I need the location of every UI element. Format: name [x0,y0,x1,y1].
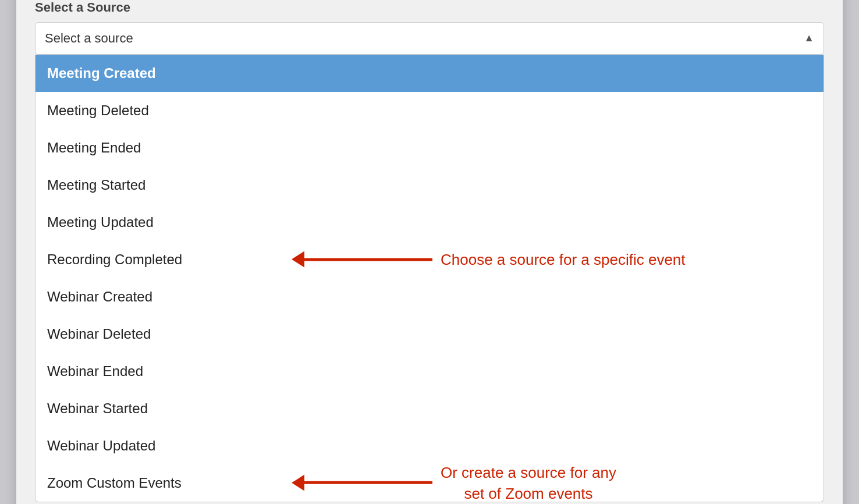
dropdown-item-webinar-deleted[interactable]: Webinar Deleted [36,315,823,353]
dropdown-list: Meeting Created Meeting Deleted Meeting … [35,55,824,502]
dropdown-item-webinar-started[interactable]: Webinar Started [36,390,823,427]
dropdown-item-meeting-created[interactable]: Meeting Created [36,55,823,92]
dropdown-item-meeting-updated[interactable]: Meeting Updated [36,204,823,241]
arrow-line-2 [292,475,432,491]
dropdown-item-meeting-ended[interactable]: Meeting Ended [36,129,823,166]
annotation-text-1: Choose a source for a specific event [441,250,686,268]
dropdown-item-webinar-created[interactable]: Webinar Created [36,278,823,315]
annotation-text-2: Or create a source for any set of Zoom e… [441,462,616,504]
dropdown-item-webinar-ended[interactable]: Webinar Ended [36,353,823,390]
select-box[interactable]: Select a source ▲ [35,22,824,55]
annotation-zoom-custom: Or create a source for any set of Zoom e… [292,462,616,504]
dropdown-item-meeting-deleted[interactable]: Meeting Deleted [36,92,823,129]
section-label: Select a Source [35,0,824,15]
annotation-recording: Choose a source for a specific event [292,250,686,268]
main-container: Select a Source Select a source ▲ Meetin… [16,0,843,504]
dropdown-item-meeting-started[interactable]: Meeting Started [36,166,823,204]
arrow-line-1 [292,251,432,268]
chevron-up-icon: ▲ [804,32,814,44]
select-box-text: Select a source [45,31,133,46]
dropdown-item-recording-completed[interactable]: Recording Completed Choose a source for … [36,241,823,278]
dropdown-item-webinar-updated[interactable]: Webinar Updated [36,427,823,464]
dropdown-item-zoom-custom-events[interactable]: Zoom Custom Events Or create a source fo… [36,464,823,502]
